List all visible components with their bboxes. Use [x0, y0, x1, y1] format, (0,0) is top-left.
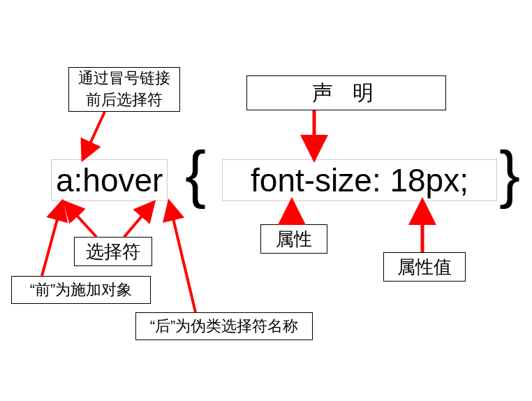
code-close-brace: }: [499, 138, 520, 210]
annotation-text: 声 明: [312, 79, 380, 108]
brace-text: {: [185, 139, 206, 209]
arrow-back: [170, 204, 195, 312]
annotation-selector: 选择符: [74, 237, 152, 266]
annotation-text: “后”为伪类选择符名称: [150, 316, 299, 337]
annotation-text: “前”为施加对象: [30, 279, 133, 301]
code-selector-text: a:hover: [56, 162, 163, 198]
brace-text: }: [499, 139, 520, 209]
annotation-text: 选择符: [86, 240, 140, 264]
annotation-declaration: 声 明: [246, 75, 446, 110]
code-selector: a:hover: [51, 159, 168, 201]
code-open-brace: {: [185, 138, 206, 210]
code-declaration-text: font-size: 18px;: [251, 162, 468, 198]
annotation-back-pseudo: “后”为伪类选择符名称: [135, 312, 313, 340]
arrow-selector-a: [66, 204, 96, 237]
annotation-value: 属性值: [383, 252, 466, 282]
annotation-property: 属性: [260, 224, 327, 254]
annotation-text: 属性值: [397, 255, 452, 279]
annotation-front-target: “前”为施加对象: [11, 276, 151, 304]
arrow-colon: [84, 112, 105, 157]
annotation-text: 属性: [276, 227, 312, 251]
arrow-front: [42, 204, 61, 276]
arrow-selector-hover: [124, 204, 152, 237]
code-declaration: font-size: 18px;: [222, 159, 497, 201]
annotation-colon-link: 通过冒号链接前后选择符: [68, 67, 180, 112]
annotation-text: 通过冒号链接前后选择符: [75, 68, 174, 111]
